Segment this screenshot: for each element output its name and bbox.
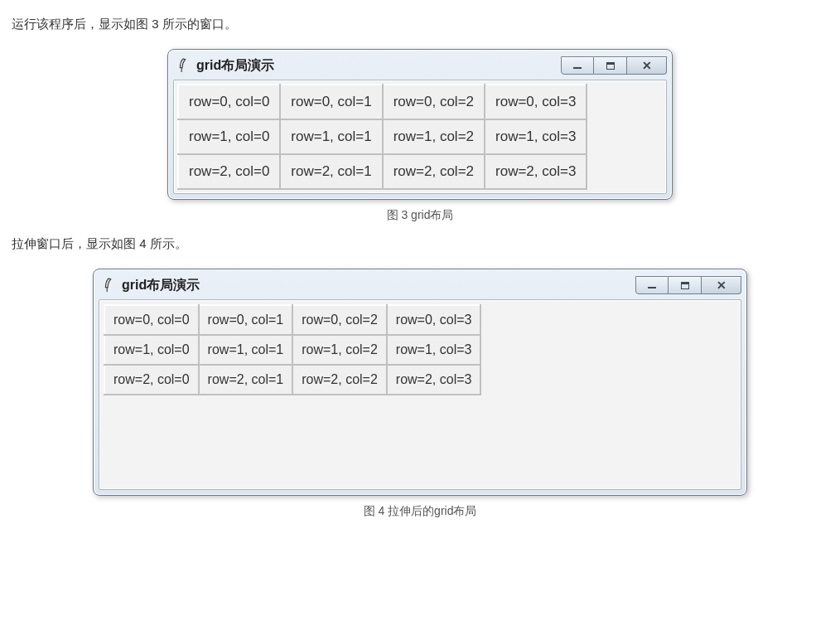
minimize-icon — [573, 67, 582, 69]
table-row: row=0, col=0 row=0, col=1 row=0, col=2 r… — [104, 305, 480, 335]
client-area: row=0, col=0 row=0, col=1 row=0, col=2 r… — [99, 299, 741, 490]
grid-cell: row=2, col=1 — [199, 365, 293, 395]
minimize-button[interactable] — [635, 276, 669, 294]
feather-icon — [176, 57, 190, 74]
grid-cell: row=1, col=2 — [292, 335, 387, 365]
table-row: row=0, col=0 row=0, col=1 row=0, col=2 r… — [178, 85, 587, 119]
grid-cell: row=2, col=3 — [387, 365, 481, 395]
maximize-button[interactable] — [594, 56, 627, 75]
grid-table: row=0, col=0 row=0, col=1 row=0, col=2 r… — [104, 304, 481, 395]
grid-cell: row=1, col=1 — [280, 119, 382, 154]
minimize-icon — [648, 287, 656, 288]
grid-cell: row=0, col=2 — [292, 305, 387, 335]
table-row: row=1, col=0 row=1, col=1 row=1, col=2 r… — [178, 119, 587, 154]
window-controls: ✕ — [561, 56, 667, 75]
grid-cell: row=1, col=0 — [104, 335, 199, 365]
grid-cell: row=0, col=0 — [178, 85, 280, 119]
table-row: row=2, col=0 row=2, col=1 row=2, col=2 r… — [178, 154, 587, 189]
feather-icon — [102, 277, 115, 293]
grid-cell: row=2, col=0 — [104, 365, 199, 395]
maximize-icon — [606, 62, 615, 70]
close-icon: ✕ — [717, 279, 727, 291]
grid-cell: row=2, col=2 — [383, 154, 485, 189]
grid-cell: row=1, col=0 — [178, 119, 280, 154]
client-area: row=0, col=0 row=0, col=1 row=0, col=2 r… — [173, 80, 667, 194]
grid-cell: row=2, col=0 — [178, 154, 280, 189]
grid-cell: row=1, col=3 — [387, 335, 481, 365]
grid-cell: row=0, col=1 — [280, 85, 382, 119]
maximize-icon — [681, 282, 689, 289]
grid-cell: row=0, col=0 — [104, 305, 199, 335]
grid-cell: row=2, col=2 — [292, 365, 387, 395]
table-row: row=1, col=0 row=1, col=1 row=1, col=2 r… — [104, 335, 480, 365]
intro-text-4: 拉伸窗口后，显示如图 4 所示。 — [12, 236, 830, 252]
figure-caption-3: 图 3 grid布局 — [10, 208, 830, 223]
minimize-button[interactable] — [561, 56, 594, 75]
titlebar[interactable]: grid布局演示 ✕ — [99, 274, 741, 299]
grid-cell: row=0, col=2 — [383, 85, 485, 119]
close-button[interactable]: ✕ — [627, 56, 667, 75]
grid-cell: row=1, col=3 — [485, 119, 587, 154]
grid-cell: row=2, col=1 — [280, 154, 382, 189]
window-title: grid布局演示 — [122, 277, 200, 294]
window-fig4: grid布局演示 ✕ row=0, col=0 row=0, col=1 row… — [93, 269, 747, 496]
window-fig3: grid布局演示 ✕ row=0, col=0 row=0, col=1 row… — [167, 49, 673, 200]
close-icon: ✕ — [642, 60, 652, 71]
window-title: grid布局演示 — [196, 57, 274, 75]
close-button[interactable]: ✕ — [702, 276, 741, 294]
titlebar[interactable]: grid布局演示 ✕ — [173, 55, 667, 80]
maximize-button[interactable] — [669, 276, 702, 294]
grid-cell: row=1, col=1 — [199, 335, 293, 365]
grid-table: row=0, col=0 row=0, col=1 row=0, col=2 r… — [177, 84, 587, 190]
grid-cell: row=1, col=2 — [383, 119, 485, 154]
grid-cell: row=2, col=3 — [485, 154, 587, 189]
grid-cell: row=0, col=3 — [485, 85, 587, 119]
grid-cell: row=0, col=3 — [387, 305, 481, 335]
grid-cell: row=0, col=1 — [199, 305, 293, 335]
figure-caption-4: 图 4 拉伸后的grid布局 — [10, 504, 830, 519]
intro-text-3: 运行该程序后，显示如图 3 所示的窗口。 — [12, 17, 830, 32]
window-controls: ✕ — [635, 276, 741, 294]
table-row: row=2, col=0 row=2, col=1 row=2, col=2 r… — [104, 365, 480, 395]
